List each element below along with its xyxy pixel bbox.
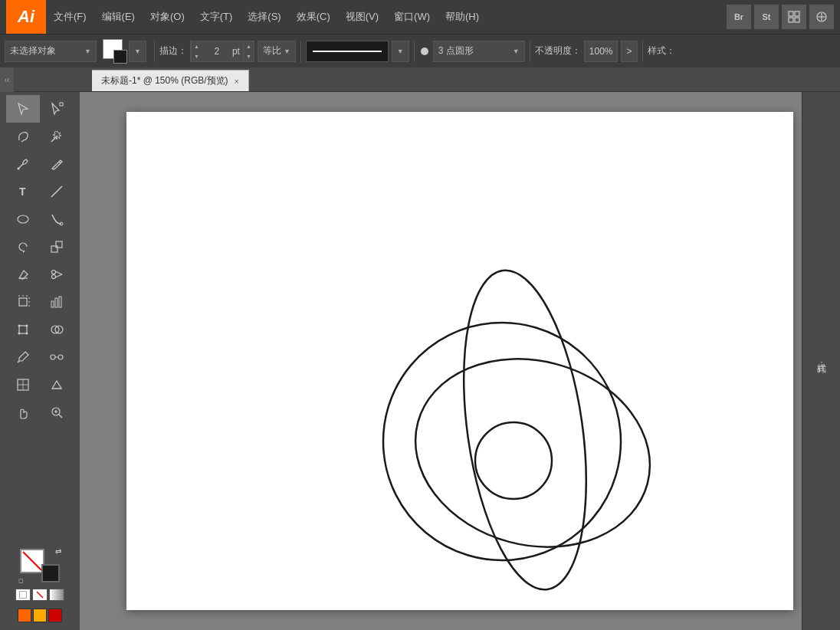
stroke-unit-down[interactable]: ▼	[244, 51, 254, 61]
point-indicator	[421, 48, 428, 55]
ratio-dropdown[interactable]: 等比 ▼	[258, 41, 296, 62]
doc-tab-close[interactable]: ×	[235, 77, 239, 86]
stroke-weight-field[interactable]	[202, 41, 232, 61]
pencil-tool-btn[interactable]	[40, 150, 74, 178]
scissors-tool-btn[interactable]	[40, 261, 74, 288]
tool-row-type: T	[0, 178, 80, 205]
svg-rect-33	[19, 326, 27, 333]
artboard-tool-btn[interactable]	[6, 288, 40, 316]
menu-select[interactable]: 选择(S)	[240, 0, 288, 34]
svg-point-42	[58, 355, 63, 359]
doc-tab-bar: ‹‹ 未标题-1* @ 150% (RGB/预览) ×	[0, 67, 840, 92]
svg-rect-17	[56, 241, 62, 248]
stroke-unit-arrows[interactable]: ▲ ▼	[243, 41, 254, 61]
stroke-color-selector[interactable]	[41, 564, 60, 582]
svg-rect-30	[51, 301, 54, 307]
rotate-tool-btn[interactable]	[6, 233, 40, 261]
menu-view[interactable]: 视图(V)	[338, 0, 386, 34]
menu-window[interactable]: 窗口(W)	[386, 0, 438, 34]
stroke-label: 描边：	[159, 44, 187, 57]
shape-builder-tool-btn[interactable]	[40, 316, 74, 343]
point-style-dropdown[interactable]: 3 点圆形 ▼	[433, 41, 525, 62]
swatch-red[interactable]	[48, 609, 62, 622]
stroke-weight-input[interactable]: ▲ ▼ pt ▲ ▼	[190, 41, 254, 62]
eyedropper-tool-btn[interactable]	[6, 343, 40, 371]
stroke-weight-arrows[interactable]: ▲ ▼	[191, 41, 202, 61]
none-btn[interactable]	[32, 589, 48, 601]
menu-edit[interactable]: 编辑(E)	[94, 0, 143, 34]
svg-point-37	[26, 333, 28, 335]
menu-object[interactable]: 对象(O)	[143, 0, 192, 34]
toolbar-bar: 未选择对象 ▼ ▼ 描边： ▲ ▼ pt ▲ ▼ 等比 ▼	[0, 34, 840, 67]
menu-help[interactable]: 帮助(H)	[438, 0, 487, 34]
scale-tool-btn[interactable]	[40, 233, 74, 261]
svg-text:T: T	[19, 185, 26, 198]
document-tab[interactable]: 未标题-1* @ 150% (RGB/预览) ×	[92, 70, 249, 91]
svg-line-21	[55, 271, 62, 274]
opacity-expand[interactable]: >	[621, 41, 637, 62]
separator-4	[530, 41, 530, 62]
fill-stroke-dropdown[interactable]: ▼	[129, 41, 146, 62]
svg-point-41	[51, 355, 55, 359]
color-area: ⇄ ◻	[11, 544, 69, 627]
styles-text: 样式：	[815, 356, 828, 366]
tool-row-hand	[0, 399, 80, 426]
tool-row-pen	[0, 150, 80, 178]
selection-tool-btn[interactable]	[6, 95, 40, 123]
free-transform-tool-btn[interactable]	[6, 316, 40, 343]
magic-wand-tool-btn[interactable]	[40, 123, 74, 150]
svg-line-54	[37, 592, 43, 598]
fill-color-box[interactable]	[103, 39, 127, 64]
stock-button[interactable]: St	[754, 5, 779, 29]
eraser-tool-btn[interactable]	[6, 261, 40, 288]
svg-line-40	[18, 361, 19, 363]
direct-selection-tool-btn[interactable]	[40, 95, 74, 123]
menu-bar: Ai 文件(F) 编辑(E) 对象(O) 文字(T) 选择(S) 效果(C) 视…	[0, 0, 840, 34]
menu-file[interactable]: 文件(F)	[46, 0, 94, 34]
panel-collapse-btn[interactable]: ‹‹	[0, 67, 14, 92]
main-area: T	[0, 92, 840, 630]
svg-rect-3	[795, 18, 799, 22]
bridge-button[interactable]: Br	[727, 5, 751, 29]
svg-point-34	[18, 325, 21, 327]
svg-point-56	[446, 263, 605, 598]
paintbrush-tool-btn[interactable]	[40, 205, 74, 233]
menu-effect[interactable]: 效果(C)	[289, 0, 338, 34]
tool-row-shape	[0, 205, 80, 233]
hand-tool-btn[interactable]	[6, 399, 40, 426]
opacity-value[interactable]: 100%	[584, 41, 619, 62]
control-button[interactable]	[809, 5, 834, 29]
blend-tool-btn[interactable]	[40, 343, 74, 371]
ellipse-tool-btn[interactable]	[6, 205, 40, 233]
workspace-button[interactable]	[782, 5, 806, 29]
line-segment-tool-btn[interactable]	[40, 178, 74, 205]
stroke-style-dropdown[interactable]: ▼	[392, 41, 409, 62]
type-tool-btn[interactable]: T	[6, 178, 40, 205]
gradient-btn[interactable]	[49, 589, 64, 601]
stroke-weight-up[interactable]: ▲	[192, 41, 202, 51]
reset-colors-btn[interactable]: ◻	[18, 577, 24, 584]
chart-tool-btn[interactable]	[40, 288, 74, 316]
tool-row-artboard	[0, 288, 80, 316]
opacity-label: 不透明度：	[535, 44, 581, 57]
stroke-unit-up[interactable]: ▲	[244, 41, 254, 51]
solid-color-btn[interactable]	[15, 589, 31, 601]
swatch-orange[interactable]	[18, 609, 31, 622]
canvas-area[interactable]: 样式：	[80, 92, 840, 630]
stroke-weight-down[interactable]: ▼	[192, 51, 202, 61]
perspective-tool-btn[interactable]	[40, 371, 74, 399]
svg-point-36	[18, 333, 21, 335]
zoom-tool-btn[interactable]	[40, 399, 74, 426]
ratio-arrow: ▼	[284, 48, 290, 55]
color-mode-row	[15, 589, 64, 601]
menu-type[interactable]: 文字(T)	[192, 0, 241, 34]
swap-fill-stroke-btn[interactable]: ⇄	[55, 547, 61, 556]
svg-line-10	[59, 162, 61, 163]
selection-indicator[interactable]: 未选择对象 ▼	[5, 41, 97, 62]
pen-tool-btn[interactable]	[6, 150, 40, 178]
mesh-tool-btn[interactable]	[6, 371, 40, 399]
tool-row-symbol	[0, 316, 80, 343]
tool-row-lasso	[0, 123, 80, 150]
lasso-tool-btn[interactable]	[6, 123, 40, 150]
swatch-yellow[interactable]	[33, 609, 47, 622]
